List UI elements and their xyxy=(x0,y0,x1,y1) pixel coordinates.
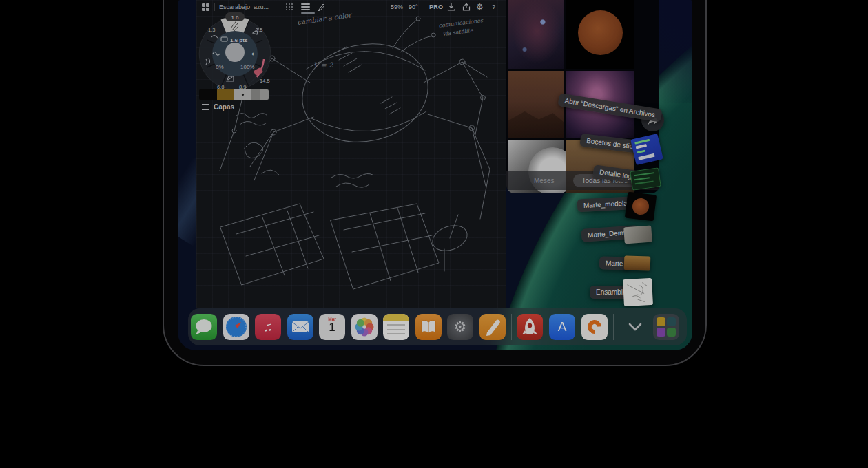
swatch-selected[interactable] xyxy=(234,89,251,100)
dock-safari-icon[interactable] xyxy=(223,314,249,340)
stage: cambiar a color V = 2 comunicaciones vía… xyxy=(0,0,868,468)
dock-appstore-icon[interactable]: A xyxy=(549,314,575,340)
drag-thumb-marte-modelado[interactable] xyxy=(625,192,657,222)
dock-drawing-pen-app-icon[interactable] xyxy=(479,314,506,340)
drawing-app-window: cambiar a color V = 2 comunicaciones vía… xyxy=(196,0,506,308)
dock-music-icon[interactable]: ♫ xyxy=(255,314,281,340)
settings-gear-icon[interactable]: ⚙ xyxy=(476,2,484,12)
document-title[interactable]: Escarabajo_azu... xyxy=(219,2,269,12)
toolbar-divider xyxy=(424,3,424,11)
layers-label: Capas xyxy=(214,103,234,111)
dock-messages-icon[interactable] xyxy=(191,314,217,340)
color-palette-bar[interactable] xyxy=(199,89,269,100)
wheel-min-label: 0% xyxy=(216,64,224,70)
appstore-letter: A xyxy=(558,319,567,334)
pro-badge[interactable]: PRO xyxy=(429,2,443,12)
wheel-size-3: 14.5 xyxy=(260,78,270,84)
dock-collapse-chevron[interactable] xyxy=(622,314,648,340)
drag-thumb-ensamble[interactable] xyxy=(623,278,653,306)
dock-calendar-icon[interactable]: Mar 1 xyxy=(319,314,345,340)
music-note-glyph: ♫ xyxy=(263,319,273,334)
wheel-center-knob xyxy=(225,43,245,62)
swatch-gold[interactable] xyxy=(217,89,234,100)
dock-app-library-icon[interactable] xyxy=(653,314,679,340)
tab-meses[interactable]: Meses xyxy=(534,177,554,184)
selected-size-badge: 1.6 xyxy=(231,14,239,21)
swatch-black[interactable] xyxy=(199,89,217,100)
photo-nebula-horsehead[interactable] xyxy=(508,0,564,69)
wheel-size-2: 3.5 xyxy=(256,27,262,33)
dock-divider xyxy=(613,314,614,340)
drag-thumb-marte[interactable] xyxy=(624,255,651,270)
handwritten-notes: cambiar a color V = 2 comunicaciones vía… xyxy=(297,11,484,69)
dock-mail-icon[interactable] xyxy=(287,314,313,340)
dock-concepts-app-icon[interactable] xyxy=(581,314,608,340)
dock-divider xyxy=(511,314,512,340)
gear-glyph: ⚙ xyxy=(454,319,467,335)
photo-mars-landscape[interactable] xyxy=(508,71,564,138)
dock-settings-icon[interactable]: ⚙ xyxy=(447,314,473,340)
download-icon[interactable] xyxy=(447,2,455,12)
swatch-lightgray[interactable] xyxy=(260,89,269,100)
tool-wheel[interactable]: 1.3 3.5 14.5 8.9 6.8 1.6 pts ◐ 0% 100% xyxy=(196,11,273,94)
layers-menu-icon[interactable] xyxy=(301,2,310,12)
toolbar-divider xyxy=(214,3,215,11)
grid-settings-icon[interactable] xyxy=(286,2,293,12)
chevron-down-icon xyxy=(628,323,642,331)
rotation-angle[interactable]: 90° xyxy=(409,2,418,12)
dock-books-icon[interactable] xyxy=(415,314,442,340)
photo-mars-planet[interactable] xyxy=(566,0,634,69)
dock: ♫ Mar 1 xyxy=(188,308,687,345)
wheel-size-1: 1.3 xyxy=(208,27,215,33)
selected-tool-underline xyxy=(301,12,315,14)
note-comms-1: comunicaciones xyxy=(438,17,484,29)
share-icon[interactable] xyxy=(462,2,471,12)
zoom-level[interactable]: 59% xyxy=(391,2,403,12)
note-v2: V = 2 xyxy=(313,61,333,69)
opacity-icon: ◐ xyxy=(251,50,255,57)
ipad-screen: cambiar a color V = 2 comunicaciones vía… xyxy=(178,0,692,350)
drag-thumb-marte-deimos[interactable] xyxy=(623,226,652,244)
wheel-size-value: 1.6 pts xyxy=(230,37,248,43)
app-menu-icon[interactable] xyxy=(202,2,209,12)
swatch-gray[interactable] xyxy=(251,89,260,100)
layers-icon xyxy=(202,104,209,110)
help-icon[interactable]: ? xyxy=(492,2,495,12)
pen-tool-icon[interactable] xyxy=(318,2,326,12)
drag-thumb-logo[interactable] xyxy=(630,167,661,191)
calendar-day: 1 xyxy=(319,321,345,333)
dock-rocket-app-icon[interactable] xyxy=(517,314,543,340)
concepts-c-glyph xyxy=(585,317,604,337)
dock-notes-icon[interactable] xyxy=(383,314,409,340)
layers-panel-header[interactable]: Capas xyxy=(202,103,234,111)
note-comms-2: vía satélite xyxy=(442,28,474,37)
wheel-max-label: 100% xyxy=(240,64,254,70)
dock-photos-icon[interactable] xyxy=(351,314,378,340)
